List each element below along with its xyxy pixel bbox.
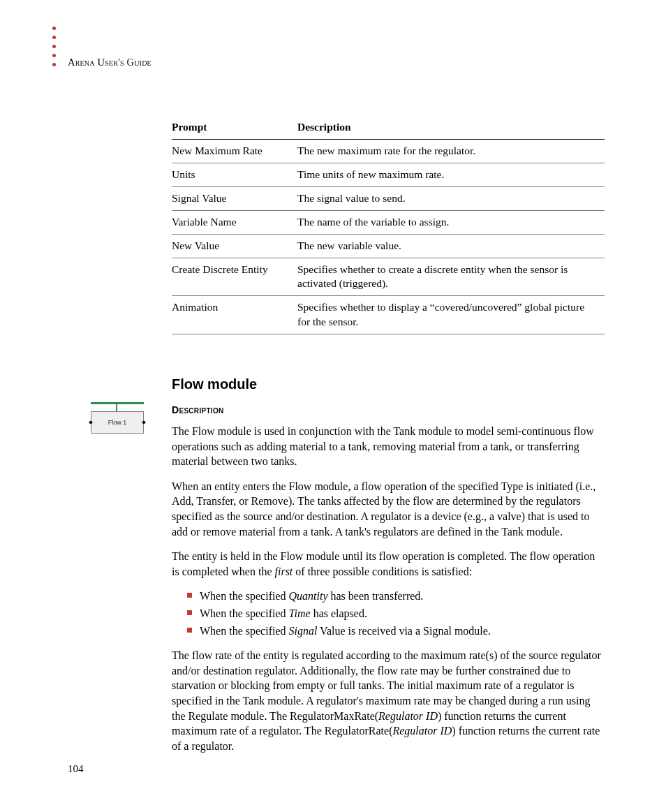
paragraph: The entity is held in the Flow module un… [172,549,605,579]
table-header-description: Description [297,116,605,139]
cell-prompt: Signal Value [172,186,297,210]
module-icon-label: Flow 1 [108,418,127,427]
cell-desc: The new maximum rate for the regulator. [297,139,605,163]
description-subhead: Description [172,404,605,417]
table-row: New Value The new variable value. [172,234,605,258]
paragraph: The Flow module is used in conjunction w… [172,424,605,469]
running-head-text: Arena User's Guide [68,57,151,68]
table-row: Create Discrete Entity Specifies whether… [172,258,605,296]
list-item: When the specified Signal Value is recei… [187,623,605,639]
prompt-description-table: Prompt Description New Maximum Rate The … [172,116,605,334]
table-header-prompt: Prompt [172,116,297,139]
paragraph: The flow rate of the entity is regulated… [172,648,605,753]
cell-desc: Time units of new maximum rate. [297,163,605,186]
cell-desc: The name of the variable to assign. [297,210,605,234]
content-column: Prompt Description New Maximum Rate The … [172,116,605,763]
paragraph: When an entity enters the Flow module, a… [172,479,605,539]
table-row: Signal Value The signal value to send. [172,186,605,210]
section-title: Flow module [172,375,605,394]
cell-prompt: Variable Name [172,210,297,234]
conditions-list: When the specified Quantity has been tra… [172,589,605,638]
cell-prompt: New Value [172,234,297,258]
table-row: Animation Specifies whether to display a… [172,296,605,334]
cell-prompt: Animation [172,296,297,334]
cell-prompt: Units [172,163,297,186]
table-row: Variable Name The name of the variable t… [172,210,605,234]
cell-prompt: Create Discrete Entity [172,258,297,296]
table-row: New Maximum Rate The new maximum rate fo… [172,139,605,163]
cell-desc: The new variable value. [297,234,605,258]
page-number: 104 [68,762,84,776]
cell-desc: Specifies whether to create a discrete e… [297,258,605,296]
margin-dots [52,27,56,66]
cell-desc: The signal value to send. [297,186,605,210]
list-item: When the specified Time has elapsed. [187,606,605,621]
list-item: When the specified Quantity has been tra… [187,589,605,604]
cell-desc: Specifies whether to display a “covered/… [297,296,605,334]
cell-prompt: New Maximum Rate [172,139,297,163]
flow-module-icon: Flow 1 [91,402,144,434]
running-head: Arena User's Guide [68,56,151,70]
table-row: Units Time units of new maximum rate. [172,163,605,186]
